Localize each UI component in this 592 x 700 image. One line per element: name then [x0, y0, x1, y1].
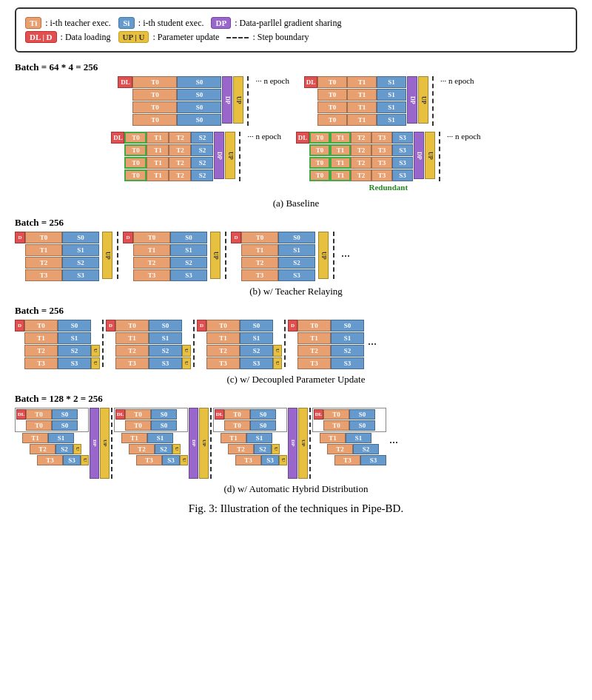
d2-s0-r1: S0	[151, 409, 177, 420]
pipeline-row-r1: DL T0 T1 S1	[304, 76, 406, 88]
c1-dl: D	[15, 320, 24, 332]
c3-r4: T3 S3 U	[197, 357, 282, 369]
teacher-badge: Ti	[25, 17, 41, 29]
d4-top-r2: T0 S0	[314, 420, 385, 431]
d2-s3: S3	[162, 455, 180, 465]
cell-t1-2l4: T1	[147, 169, 169, 181]
d1-s1: S1	[48, 433, 74, 443]
legend-student: Si : i-th student exec.	[118, 17, 204, 29]
cell-empty2	[118, 101, 132, 113]
dashed-icon	[226, 37, 249, 38]
cell-s2-2l4: S2	[191, 169, 213, 181]
cell-s2-2l3: S2	[191, 157, 213, 169]
d3-t0-r2: T0	[224, 420, 250, 431]
b3-s1-r2: S1	[278, 244, 315, 256]
d2-u2: U	[172, 444, 181, 454]
caption-b: (b) w/ Teacher Relaying	[15, 286, 577, 297]
diag-a-left-2: DL T0 T1 T2 S2 T0 T1 T2 S2	[111, 132, 281, 193]
dl-badge: DL | D	[25, 31, 57, 43]
cell-dp-d1: DP	[90, 408, 99, 479]
c3-r3: T2 S2 U	[197, 345, 282, 357]
c1-s0-r1: S0	[58, 320, 91, 332]
d4-t1: T1	[320, 433, 346, 443]
cell-s1-rr1: S1	[377, 76, 406, 88]
diag-a-container-2: DL T0 T1 T2 S2 T0 T1 T2 S2	[15, 132, 577, 193]
c2-e4	[106, 357, 115, 369]
c4-e2	[288, 332, 297, 344]
d3-t1: T1	[221, 433, 246, 443]
b-s1-r2: S1	[62, 244, 99, 256]
diag-c-step3: D T0 S0 T1 S1 T2 S2 U	[197, 320, 282, 369]
diag-c-step1: D T0 S0 T1 S1 T2 S2 U	[15, 320, 100, 369]
d1-e2	[16, 420, 26, 431]
cell-up-b3: UP	[318, 232, 329, 279]
legend-dp: DP : Data-parllel gradient sharing	[211, 17, 341, 29]
section-c-title: Batch = 256	[15, 305, 577, 317]
cell-t2-2r3: T2	[351, 157, 371, 169]
d3-s0-r1: S0	[250, 409, 276, 420]
c2-t2-r3: T2	[115, 345, 149, 357]
cell-empty-r4	[304, 114, 317, 126]
c3-e4	[197, 357, 206, 369]
cell-empty-r3	[304, 101, 317, 113]
legend-row-1: Ti : i-th teacher exec. Si : i-th studen…	[25, 17, 567, 29]
cell-up-d3: UP	[298, 408, 308, 479]
c2-u4: U	[182, 357, 191, 369]
cell-s0-r1: S0	[177, 76, 221, 88]
c3-t1-r2: T1	[206, 332, 240, 344]
b-r3: T2 S2	[15, 257, 99, 269]
cell-t2-2r1: T2	[351, 132, 371, 144]
cell-t1-2l3: T1	[147, 157, 169, 169]
legend-step: : Step boundary	[226, 32, 309, 43]
d1-dl: DL	[16, 409, 26, 420]
caption-a: (a) Baseline	[15, 198, 577, 209]
main-container: Ti : i-th teacher exec. Si : i-th studen…	[15, 7, 577, 693]
c3-s0-r1: S0	[240, 320, 273, 332]
d3-bot-r2: T2 S2 U	[228, 444, 287, 454]
b2-r2: T1 S1	[123, 244, 207, 256]
cell-e-2r3	[296, 157, 309, 169]
d2-bot-r1: T1 S1	[121, 433, 188, 443]
b3-t2-r3: T2	[241, 257, 278, 269]
cell-t1-2r4: T1	[330, 169, 351, 181]
b3-r2: T1 S1	[231, 244, 315, 256]
cell-up-ar: UP	[418, 76, 428, 124]
c3-s2-r3: S2	[240, 345, 273, 357]
c3-t2-r3: T2	[206, 345, 240, 357]
c1-s1-r2: S1	[58, 332, 91, 344]
cell-t1-2r1: T1	[330, 132, 351, 144]
d2-t3: T3	[136, 455, 162, 465]
cell-t3-2r3: T3	[371, 157, 392, 169]
cell-s0-r2: S0	[177, 89, 221, 101]
b3-s2-r3: S2	[278, 257, 315, 269]
c1-t1-r2: T1	[24, 332, 58, 344]
cell-e-2l4	[111, 169, 124, 181]
c1-u4: U	[91, 357, 100, 369]
cell-t0-r1: T0	[132, 76, 177, 88]
cell-t2-2l3: T2	[169, 157, 191, 169]
b-t3-r4: T3	[25, 269, 62, 281]
epoch-text-2l: ··· n epoch	[247, 132, 281, 181]
diag-c-step2: D T0 S0 T1 S1 T2 S2 U	[106, 320, 191, 369]
c2-e3	[106, 345, 115, 357]
c2-t1-r2: T1	[115, 332, 149, 344]
student-badge: Si	[118, 17, 135, 29]
b2-dl: D	[123, 232, 133, 243]
c4-t1-r2: T1	[297, 332, 331, 344]
c1-t0-r1: T0	[24, 320, 58, 332]
cell-t1-2r3: T1	[330, 157, 351, 169]
d1-t0-r2: T0	[26, 420, 52, 431]
cell-t0-2r1: T0	[309, 132, 330, 144]
fig-caption: Fig. 3: Illustration of the techniques i…	[15, 502, 577, 515]
d3-bot-r3: T3 S3 U	[235, 455, 287, 465]
cell-up-b1: UP	[102, 232, 112, 279]
b-e2	[15, 244, 25, 256]
c1-t2-r3: T2	[24, 345, 58, 357]
c4-s0-r1: S0	[331, 320, 364, 332]
caption-d: (d) w/ Automatic Hybrid Distribution	[15, 483, 577, 495]
c4-s1-r2: S1	[331, 332, 364, 344]
d4-s3: S3	[360, 455, 386, 465]
d2-s0-r2: S0	[151, 420, 177, 431]
cell-t0-2l2: T0	[124, 144, 147, 156]
cell-empty-r2	[304, 89, 317, 101]
